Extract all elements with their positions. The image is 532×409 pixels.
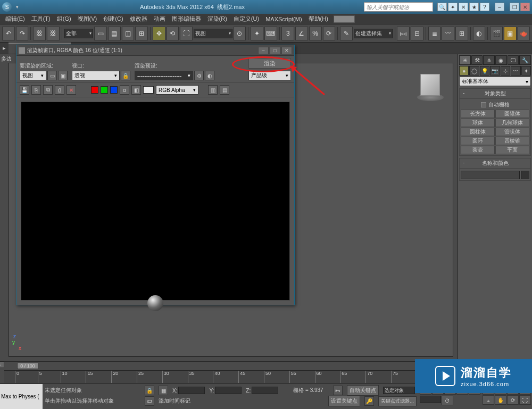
- select-move-icon[interactable]: ✥: [153, 27, 165, 40]
- snap-toggle-icon[interactable]: 3: [281, 27, 294, 40]
- rw-quality-combo[interactable]: 产品级: [248, 71, 291, 80]
- render-button[interactable]: 渲染: [248, 58, 291, 69]
- help-search[interactable]: [364, 2, 433, 12]
- menu-edit[interactable]: 编辑(E): [2, 15, 28, 23]
- select-scale-icon[interactable]: ⛶: [180, 27, 193, 40]
- rw-title-bar[interactable]: 渲染帧窗口, RGBA 颜色 16 位/通道 (1:1) – □ ✕: [16, 45, 294, 56]
- autogrid-checkbox[interactable]: 自动栅格: [461, 100, 529, 110]
- menu-create[interactable]: 创建(C): [100, 15, 126, 23]
- menu-animation[interactable]: 动画: [151, 15, 169, 23]
- category-combo[interactable]: 标准基本体: [459, 77, 531, 86]
- angle-snap-icon[interactable]: ∠: [295, 27, 308, 40]
- maxview-icon[interactable]: ⛶: [519, 395, 531, 405]
- btn-torus[interactable]: 圆环: [461, 137, 495, 145]
- btn-tube[interactable]: 管状体: [495, 128, 529, 136]
- subtab-cameras-icon[interactable]: 📷: [490, 66, 500, 76]
- tab-display-icon[interactable]: 🖵: [508, 55, 519, 65]
- undo-icon[interactable]: ↶: [2, 27, 15, 40]
- rw-area-edit-icon[interactable]: ▭: [47, 71, 57, 80]
- maxscript-listener[interactable]: Max to Physes (: [0, 384, 43, 409]
- rw-alpha-icon[interactable]: α: [120, 85, 129, 95]
- rw-preset-combo[interactable]: -------------------------: [135, 71, 193, 80]
- select-rotate-icon[interactable]: ⟲: [167, 27, 179, 40]
- select-region-icon[interactable]: ◫: [122, 27, 135, 40]
- subtab-helpers-icon[interactable]: ⊹: [501, 66, 510, 76]
- lock-selection-icon[interactable]: 🔒: [145, 386, 154, 395]
- rw-close-icon[interactable]: ✕: [281, 47, 292, 54]
- spinner-snap-icon[interactable]: ⟳: [323, 27, 336, 40]
- keyboard-shortcut-icon[interactable]: ⌨: [264, 27, 277, 40]
- unlink-icon[interactable]: ⛓: [47, 27, 60, 40]
- rw-viewport-lock-icon[interactable]: 🔒: [121, 71, 130, 80]
- select-object-icon[interactable]: ▭: [94, 27, 107, 40]
- coord-z-input[interactable]: [252, 387, 278, 394]
- autokey-button[interactable]: 自动关键点: [347, 385, 379, 396]
- rw-clear-icon[interactable]: ✕: [66, 85, 76, 95]
- subtab-systems-icon[interactable]: ✦: [521, 66, 531, 76]
- current-frame-input[interactable]: [420, 396, 441, 403]
- tab-create-icon[interactable]: ✳: [459, 55, 471, 65]
- search-icon[interactable]: 🔍: [437, 3, 447, 11]
- edit-named-sel-icon[interactable]: ✎: [340, 27, 353, 40]
- manipulate-icon[interactable]: ✦: [251, 27, 263, 40]
- ribbon-expand-icon[interactable]: ▸: [0, 45, 9, 52]
- named-selset-combo[interactable]: 创建选择集: [354, 29, 393, 38]
- time-slider-thumb[interactable]: 0 / 100: [17, 363, 38, 369]
- btn-teapot[interactable]: 茶壶: [461, 146, 495, 154]
- mirror-icon[interactable]: ▹◃: [397, 27, 410, 40]
- rw-ch-red-icon[interactable]: [91, 86, 98, 94]
- rw-swatch-icon[interactable]: [143, 86, 154, 94]
- btn-geosphere[interactable]: 几何球体: [495, 119, 529, 127]
- tab-hierarchy-icon[interactable]: ⋔: [483, 55, 495, 65]
- rw-channel-combo[interactable]: RGB Alpha: [156, 85, 198, 95]
- object-name-input[interactable]: [461, 171, 520, 179]
- rw-mono-icon[interactable]: ◧: [131, 85, 141, 95]
- time-tag-icon[interactable]: 🏷: [145, 396, 154, 406]
- render-output-viewport[interactable]: [21, 102, 290, 301]
- timeline-prev-icon[interactable]: <: [0, 362, 4, 368]
- btn-cylinder[interactable]: 圆柱体: [461, 128, 495, 136]
- ref-coord-combo[interactable]: 视图: [194, 29, 232, 38]
- subtab-geometry-icon[interactable]: ●: [459, 66, 469, 76]
- subscription-icon[interactable]: ✦: [448, 3, 458, 11]
- rw-overlay-b-icon[interactable]: ▤: [220, 85, 229, 95]
- btn-pyramid[interactable]: 四棱锥: [495, 137, 529, 145]
- exchange-icon[interactable]: ✕: [459, 3, 468, 11]
- add-time-tag[interactable]: 添加时间标记: [159, 397, 190, 405]
- favorite-icon[interactable]: ★: [469, 3, 479, 11]
- key-lock-icon[interactable]: 🗝: [333, 386, 343, 395]
- rw-ch-green-icon[interactable]: [101, 86, 108, 94]
- maximize-icon[interactable]: ❐: [510, 3, 519, 11]
- rw-overlay-a-icon[interactable]: ▥: [208, 85, 218, 95]
- object-color-swatch[interactable]: [521, 171, 529, 179]
- tab-modify-icon[interactable]: 🛠: [471, 55, 483, 65]
- rw-copy-icon[interactable]: ⎘: [31, 85, 41, 95]
- close-icon[interactable]: ✕: [520, 3, 530, 11]
- coord-y-input[interactable]: [215, 387, 242, 394]
- btn-sphere[interactable]: 球体: [461, 119, 495, 127]
- rollout-header-objtype[interactable]: 对象类型: [460, 89, 530, 99]
- redo-icon[interactable]: ↷: [16, 27, 29, 40]
- selected-frame-field[interactable]: 选定对象: [383, 387, 415, 394]
- btn-box[interactable]: 长方体: [461, 110, 495, 118]
- rw-maximize-icon[interactable]: □: [270, 47, 280, 54]
- rw-area-auto-icon[interactable]: ▣: [58, 71, 68, 80]
- key-filter-button[interactable]: 关键点过滤器...: [378, 396, 417, 406]
- render-setup-icon[interactable]: 🎬: [490, 27, 503, 40]
- rw-viewport-combo[interactable]: 透视: [72, 71, 120, 80]
- schematic-view-icon[interactable]: ⊞: [455, 27, 468, 40]
- menu-views[interactable]: 视图(V): [74, 15, 101, 23]
- rw-area-combo[interactable]: 视图: [20, 71, 46, 80]
- window-crossing-icon[interactable]: ⊞: [135, 27, 148, 40]
- tab-utilities-icon[interactable]: 🔧: [519, 55, 531, 65]
- help-search-input[interactable]: [364, 3, 433, 11]
- rw-print-icon[interactable]: ⎙: [55, 85, 64, 95]
- layer-manager-icon[interactable]: ≣: [428, 27, 441, 40]
- time-config-icon[interactable]: ⏱: [442, 396, 453, 405]
- isolate-icon[interactable]: ▦: [159, 386, 168, 395]
- curve-editor-icon[interactable]: 〰: [442, 27, 454, 40]
- btn-cone[interactable]: 圆锥体: [495, 110, 529, 118]
- menu-customize[interactable]: 自定义(U): [230, 15, 262, 23]
- pivot-icon[interactable]: ⊙: [234, 27, 246, 40]
- rw-render-setup-icon[interactable]: ⚙: [194, 71, 204, 80]
